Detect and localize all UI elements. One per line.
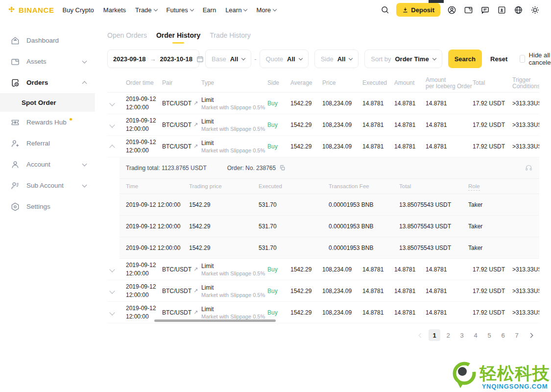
wallet-icon[interactable] [463,4,474,15]
chevron-down-icon [432,56,436,60]
trade-role-cell: Taker [468,245,539,251]
col-pair: Pair [162,80,201,86]
sidebar-item-sub-account[interactable]: Sub Account [0,175,95,196]
date-range-picker[interactable]: 2023-09-18 → 2023-10-18 [107,49,199,68]
type-cell: LimitMarket with Slippage 0.5% [201,97,267,110]
price-cell: 108,234.09 [322,143,362,150]
search-icon[interactable] [380,4,390,15]
side-filter-select[interactable]: Side All [314,49,359,68]
page-button[interactable]: 2 [442,329,454,341]
external-link-icon[interactable]: ↗ [193,122,198,128]
page-button[interactable]: 3 [456,329,468,341]
col-order-time: Order time [126,80,162,86]
watermark-eye-logo [451,359,478,390]
external-link-icon[interactable]: ↗ [193,309,198,316]
reset-button[interactable]: Reset [490,55,507,63]
external-link-icon[interactable]: ↗ [193,266,198,272]
copy-icon[interactable] [279,165,286,171]
nav-item[interactable]: More [256,6,276,14]
page-button[interactable]: 1 [429,329,440,341]
nav-item[interactable]: Futures [167,6,193,14]
main-nav: Buy Crypto Markets Trade Futures Earn [63,6,276,14]
binance-logo-icon [7,6,16,14]
prev-page-button[interactable] [415,329,427,341]
amount-cell: 14.8781 [394,288,426,294]
sort-by-select[interactable]: Sort by Order Time [364,49,442,68]
sidebar-item-referral[interactable]: Referral [0,133,95,154]
account-icon[interactable] [446,4,457,15]
expand-row-button[interactable] [109,310,115,315]
deposit-button[interactable]: Deposit [396,3,440,17]
search-button[interactable]: Search [448,49,482,68]
nav-item[interactable]: Buy Crypto [63,6,94,14]
price-cell: 108,234.09 [322,122,362,128]
sidebar-item-rewards-hub[interactable]: Rewards Hub [0,112,95,133]
average-cell: 1542.29 [290,309,322,316]
sidebar-item-account[interactable]: Account [0,154,95,175]
type-cell: LimitMarket with Slippage 0.5% [201,284,267,298]
trade-time-cell: 2019-09-12 12:00:00 [120,245,189,251]
nav-item[interactable]: Earn [203,6,216,14]
date-from: 2023-09-18 [113,55,146,63]
col-iceberg: Amount per Iceberg Order [426,77,473,90]
site-watermark: 轻松科技 YNQINGSONG.COM [451,359,550,390]
col-amount: Amount [394,80,426,86]
external-link-icon[interactable]: ↗ [193,288,198,294]
chevron-down-icon [298,56,302,60]
pair-cell: BTC/USDT↗ [162,143,201,150]
chat-icon[interactable] [479,4,490,15]
collapse-row-button[interactable] [109,145,115,150]
external-link-icon[interactable]: ↗ [193,100,198,106]
sidebar-item-orders[interactable]: Orders [0,72,95,93]
trade-row: 2019-09-12 12:00:00 1542.29 531.70 0.000… [120,194,539,216]
page-button[interactable]: 4 [470,329,481,341]
total-cell: 17.92 USDT [473,100,512,107]
sidebar-item-spot-order[interactable]: Spot Order [0,93,95,112]
expand-row-button[interactable] [109,122,115,127]
col-average: Average [290,80,322,86]
sidebar-item-dashboard[interactable]: Dashboard [0,30,95,51]
sidebar-item-assets[interactable]: Assets [0,51,95,72]
next-page-button[interactable] [525,329,536,341]
external-link-icon[interactable]: ↗ [193,143,198,149]
binance-logo[interactable]: BINANCE [7,6,54,14]
wallet-icon [10,57,20,67]
order-row-expanded: 2019-09-1212:00:00 BTC/USDT↗ LimitMarket… [107,136,539,157]
expanded-order-detail: Trading total: 1123.8765 USDT Order: No.… [120,157,539,259]
expand-row-button[interactable] [109,288,115,294]
download-tray-icon[interactable] [496,4,507,15]
page-button[interactable]: 6 [497,329,509,341]
globe-icon[interactable] [513,4,524,15]
nav-item[interactable]: Learn [225,6,247,14]
base-filter-select[interactable]: Base All [205,49,251,68]
hide-canceled-checkbox[interactable] [520,55,525,63]
type-cell: LimitMarket with Slippage 0.5% [201,140,267,153]
order-time-cell: 2019-09-1212:00:00 [126,117,162,133]
quote-filter-select[interactable]: Quote All [260,49,309,68]
tab-open-orders[interactable]: Open Orders [107,31,147,44]
support-headset-icon[interactable] [525,164,532,172]
filter-separator: - [254,55,256,63]
price-cell: 108,234.09 [322,309,362,316]
executed-cell: 14.8781 [362,266,394,273]
page-button[interactable]: 5 [483,329,495,341]
expanded-summary-row: Trading total: 1123.8765 USDT Order: No.… [120,157,539,179]
tab-order-history[interactable]: Order History [156,31,200,44]
nav-item[interactable]: Trade [135,6,157,14]
amount-cell: 14.8781 [394,143,426,150]
iceberg-cell: 14.8781 [426,100,473,107]
iceberg-cell: 14.8781 [426,122,473,128]
horizontal-scrollbar[interactable] [154,319,276,322]
expand-row-button[interactable] [109,267,115,272]
expand-row-button[interactable] [109,100,115,106]
col-trigger: Trigger Conditions [512,77,539,90]
nav-item[interactable]: Markets [103,6,126,14]
tab-trade-history[interactable]: Trade History [210,31,251,44]
total-cell: 17.92 USDT [473,309,512,316]
sidebar: Dashboard Assets Orders Spot Order Rewar… [0,20,95,217]
theme-sun-icon[interactable] [529,4,540,15]
table-header: Order time Pair Type Side Average Price … [107,74,539,93]
page-button[interactable]: 7 [511,329,523,341]
sidebar-item-settings[interactable]: Settings [0,196,95,217]
executed-cell: 14.8781 [362,143,394,150]
